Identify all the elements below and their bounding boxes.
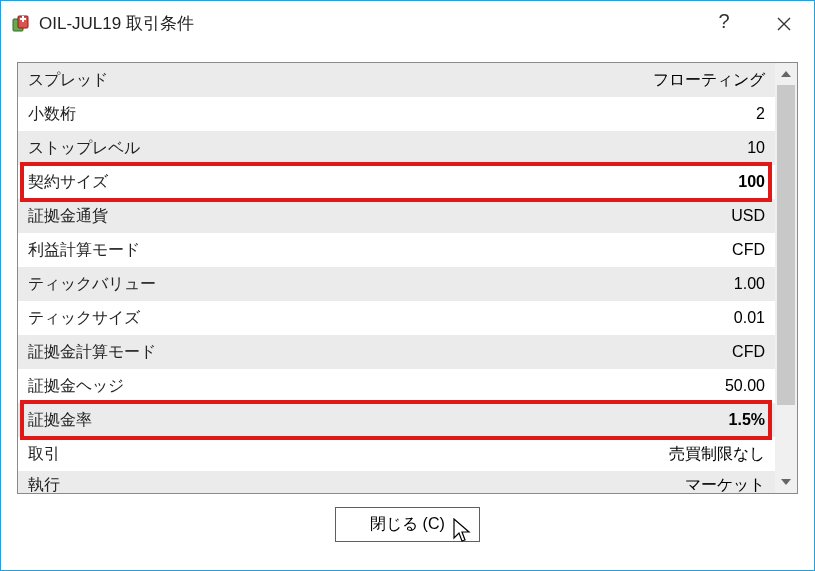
row-profit-calc-mode: 利益計算モード CFD [18, 233, 775, 267]
dialog-window: OIL-JUL19 取引条件 ? スプレッド フローティング 小数桁 2 ストッ… [0, 0, 815, 571]
row-label: 利益計算モード [28, 240, 140, 261]
app-icon [11, 14, 31, 34]
vertical-scrollbar[interactable] [775, 63, 797, 493]
properties-list: スプレッド フローティング 小数桁 2 ストップレベル 10 契約サイズ 100… [17, 62, 798, 494]
titlebar: OIL-JUL19 取引条件 ? [1, 1, 814, 46]
row-value: 50.00 [725, 377, 765, 395]
row-margin-currency: 証拠金通貨 USD [18, 199, 775, 233]
row-label: ティックバリュー [28, 274, 156, 295]
row-label: 小数桁 [28, 104, 76, 125]
row-margin-rate: 証拠金率 1.5% [18, 403, 775, 437]
row-tick-size: ティックサイズ 0.01 [18, 301, 775, 335]
row-label: ストップレベル [28, 138, 140, 159]
row-label: スプレッド [28, 70, 108, 91]
row-value: CFD [732, 343, 765, 361]
row-trade: 取引 売買制限なし [18, 437, 775, 471]
row-value: 1.5% [729, 411, 765, 429]
row-label: ティックサイズ [28, 308, 140, 329]
svg-rect-3 [22, 16, 24, 22]
row-value: 2 [756, 105, 765, 123]
row-contract-size: 契約サイズ 100 [18, 165, 775, 199]
close-button[interactable]: 閉じる (C) [335, 507, 480, 542]
row-value: USD [731, 207, 765, 225]
row-value: 1.00 [734, 275, 765, 293]
row-stop-level: ストップレベル 10 [18, 131, 775, 165]
row-value: 100 [738, 173, 765, 191]
row-label: 執行 [28, 475, 60, 493]
row-label: 契約サイズ [28, 172, 108, 193]
row-spread: スプレッド フローティング [18, 63, 775, 97]
row-value: フローティング [653, 70, 765, 91]
row-value: 10 [747, 139, 765, 157]
dialog-footer: 閉じる (C) [17, 494, 798, 554]
scroll-thumb[interactable] [777, 85, 795, 405]
row-margin-hedge: 証拠金ヘッジ 50.00 [18, 369, 775, 403]
help-button[interactable]: ? [694, 1, 754, 46]
row-digits: 小数桁 2 [18, 97, 775, 131]
window-controls: ? [694, 1, 814, 46]
content-area: スプレッド フローティング 小数桁 2 ストップレベル 10 契約サイズ 100… [1, 46, 814, 570]
row-execution: 執行 マーケット [18, 471, 775, 493]
row-value: マーケット [685, 475, 765, 493]
row-label: 取引 [28, 444, 60, 465]
row-margin-calc-mode: 証拠金計算モード CFD [18, 335, 775, 369]
row-value: 売買制限なし [669, 444, 765, 465]
row-tick-value: ティックバリュー 1.00 [18, 267, 775, 301]
scroll-up-arrow-icon[interactable] [775, 63, 797, 85]
row-label: 証拠金ヘッジ [28, 376, 124, 397]
close-window-button[interactable] [754, 1, 814, 46]
row-value: 0.01 [734, 309, 765, 327]
row-label: 証拠金率 [28, 410, 92, 431]
window-title: OIL-JUL19 取引条件 [39, 12, 694, 35]
scroll-down-arrow-icon[interactable] [775, 471, 797, 493]
row-value: CFD [732, 241, 765, 259]
row-label: 証拠金通貨 [28, 206, 108, 227]
row-label: 証拠金計算モード [28, 342, 156, 363]
rows-container: スプレッド フローティング 小数桁 2 ストップレベル 10 契約サイズ 100… [18, 63, 775, 493]
